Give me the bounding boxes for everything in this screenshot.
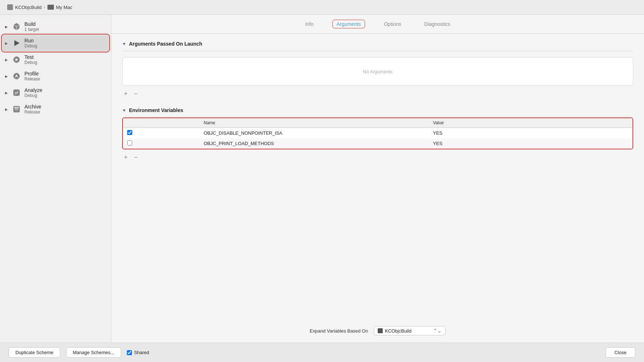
sidebar-item-analyze[interactable]: ▶ Analyze Debug [0,84,111,101]
analyze-label: Analyze [24,87,42,93]
run-text: Run Debug [24,38,37,48]
run-label: Run [24,38,37,43]
env-row-value: YES [429,128,632,139]
profile-icon [12,71,22,81]
project-icon [7,4,13,10]
svg-marker-3 [15,41,19,46]
archive-sublabel: Release [24,110,41,115]
build-label: Build [24,21,39,27]
archive-expand-arrow: ▶ [4,107,9,111]
content-panel: Info Arguments Options Diagnostics ▼ Arg… [111,15,644,343]
arguments-triangle-icon: ▼ [122,42,126,46]
profile-sublabel: Release [24,76,40,82]
svg-rect-11 [15,109,18,109]
content-scroll: ▼ Arguments Passed On Launch No Argument… [111,34,644,319]
arguments-remove-button[interactable]: − [132,90,139,97]
svg-point-7 [16,75,17,76]
env-add-button[interactable]: + [122,154,129,161]
tab-info[interactable]: Info [301,20,318,28]
mac-icon [47,5,54,10]
build-icon [12,22,22,32]
sidebar-item-test[interactable]: ▶ Test Debug [0,51,111,68]
main-container: ▶ Build 1 target ▶ [0,15,644,343]
breadcrumb-location: My Mac [56,5,73,10]
sidebar-item-profile[interactable]: ▶ Profile Release [0,68,111,84]
env-row-name: OBJC_DISABLE_NONPOINTER_ISA [199,128,429,139]
svg-rect-8 [14,90,20,96]
close-button[interactable]: Close [606,347,635,358]
shared-checkbox[interactable] [127,350,132,355]
manage-schemes-button[interactable]: Manage Schemes... [66,347,121,358]
env-row-checkbox-cell[interactable] [123,128,199,139]
breadcrumb-bar: KCObjcBuild › My Mac [0,0,644,15]
arguments-section-title: Arguments Passed On Launch [129,41,202,47]
env-triangle-icon: ▼ [122,108,126,112]
tab-bar: Info Arguments Options Diagnostics [111,15,644,34]
build-expand-arrow: ▶ [4,24,9,29]
breadcrumb-project: KCObjcBuild [15,5,42,10]
build-sublabel: 1 target [24,27,39,32]
arguments-section: ▼ Arguments Passed On Launch No Argument… [122,41,633,99]
env-table-container: Name Value OBJC_DISABLE_NONPOINTER_ISA Y… [122,117,633,149]
arguments-add-button[interactable]: + [122,90,129,97]
breadcrumb-chevron-icon: › [44,5,45,10]
test-icon [12,55,22,65]
profile-label: Profile [24,71,40,76]
duplicate-scheme-button[interactable]: Duplicate Scheme [9,347,60,358]
sidebar-item-run[interactable]: ▶ Run Debug [2,35,109,51]
env-remove-button[interactable]: − [132,154,139,161]
env-row-checkbox[interactable] [127,140,132,145]
arguments-add-remove: + − [122,89,633,99]
tab-arguments[interactable]: Arguments [332,20,365,28]
svg-rect-10 [14,107,19,109]
no-arguments-text: No Arguments [363,69,392,74]
archive-icon [12,104,22,114]
sidebar: ▶ Build 1 target ▶ [0,15,111,343]
expand-select-arrow-icon: ⌃⌄ [433,328,442,334]
expand-select-project-icon [378,328,383,333]
env-row-checkbox[interactable] [127,130,132,135]
test-text: Test Debug [24,54,37,65]
table-row: OBJC_DISABLE_NONPOINTER_ISA YES [123,128,632,139]
archive-label: Archive [24,104,41,110]
test-label: Test [24,54,37,60]
env-section-header: ▼ Environment Variables [122,107,633,113]
env-section-title: Environment Variables [129,107,183,113]
analyze-sublabel: Debug [24,93,42,98]
svg-rect-12 [15,110,18,110]
env-col-name: Name [199,118,429,128]
arguments-box: No Arguments [122,57,633,86]
env-col-checkbox [123,118,199,128]
expand-variables-select[interactable]: KCObjcBuild ⌃⌄ [374,326,446,335]
shared-label: Shared [134,350,149,355]
env-row-value: YES [429,138,632,149]
tab-diagnostics[interactable]: Diagnostics [420,20,454,28]
env-row-checkbox-cell[interactable] [123,138,199,149]
env-row-name: OBJC_PRINT_LOAD_METHODS [199,138,429,149]
env-table: Name Value OBJC_DISABLE_NONPOINTER_ISA Y… [123,118,632,149]
bottom-toolbar: Duplicate Scheme Manage Schemes... Share… [0,343,644,362]
arguments-section-header: ▼ Arguments Passed On Launch [122,41,633,47]
shared-checkbox-area: Shared [127,350,149,355]
env-col-value: Value [429,118,632,128]
expand-variables-value: KCObjcBuild [385,328,411,334]
analyze-expand-arrow: ▶ [4,90,9,95]
test-sublabel: Debug [24,60,37,65]
run-expand-arrow: ▶ [4,41,9,45]
profile-expand-arrow: ▶ [4,74,9,78]
analyze-icon [12,88,22,98]
sidebar-item-build[interactable]: ▶ Build 1 target [0,18,111,35]
sidebar-item-archive[interactable]: ▶ Archive Release [0,101,111,117]
env-add-remove: + − [122,152,633,162]
table-row: OBJC_PRINT_LOAD_METHODS YES [123,138,632,149]
expand-variables-row: Expand Variables Based On KCObjcBuild ⌃⌄ [111,319,644,343]
run-icon [12,38,22,48]
run-sublabel: Debug [24,43,37,48]
env-section: ▼ Environment Variables Name Value [122,107,633,162]
profile-text: Profile Release [24,71,40,82]
expand-variables-label: Expand Variables Based On [310,328,368,334]
archive-text: Archive Release [24,104,41,115]
tab-options[interactable]: Options [380,20,405,28]
arguments-divider [122,51,633,51]
build-text: Build 1 target [24,21,39,32]
